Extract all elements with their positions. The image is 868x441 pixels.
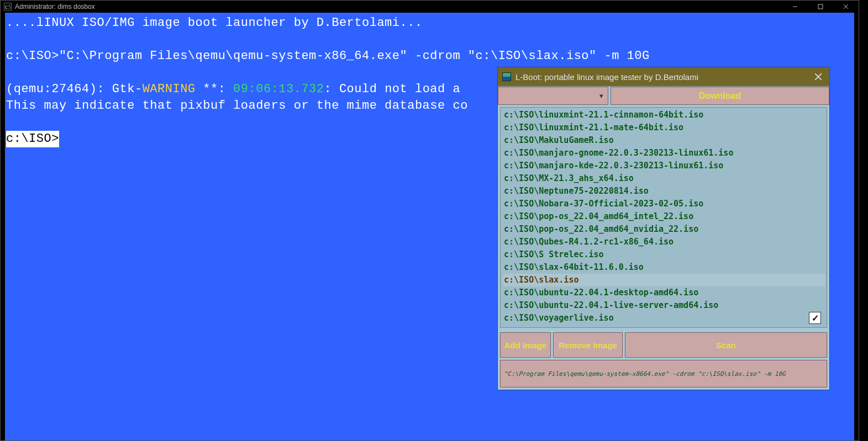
cmd-title-bar[interactable]: c:\ Administrator: dims dosbox <box>1 1 859 13</box>
blank-line <box>6 31 853 48</box>
warn-rest: : Could not load a <box>324 82 468 96</box>
cmd-icon: c:\ <box>4 3 12 10</box>
iso-list-item[interactable]: c:\ISO\ubuntu-22.04.1-desktop-amd64.iso <box>503 286 825 299</box>
remove-image-button[interactable]: Remove Image <box>553 332 623 358</box>
iso-list-item[interactable]: c:\ISO\pop-os_22.04_amd64_nvidia_22.iso <box>503 223 825 236</box>
iso-list-item[interactable]: c:\ISO\manjaro-gnome-22.0.3-230213-linux… <box>503 147 825 160</box>
add-image-button[interactable]: Add Image <box>500 332 551 358</box>
close-button[interactable] <box>833 1 859 13</box>
lboot-title-bar[interactable]: L-Boot: portable linux image tester by D… <box>498 67 829 86</box>
status-bar: "C:\Program Files\qemu\qemu-system-x8664… <box>500 360 827 387</box>
iso-list-item[interactable]: c:\ISO\slax.iso <box>503 274 825 286</box>
lboot-close-button[interactable] <box>809 70 827 84</box>
warn-mid: **: <box>196 82 234 96</box>
iso-list-item[interactable]: c:\ISO\pop-os_22.04_amd64_intel_22.iso <box>503 210 825 223</box>
iso-list-item[interactable]: c:\ISO\linuxmint-21.1-mate-64bit.iso <box>503 121 825 134</box>
lboot-app-icon <box>502 72 511 81</box>
banner-line: ....lINUX ISO/IMG image boot launcher by… <box>6 15 853 31</box>
scan-button[interactable]: Scan <box>625 332 827 358</box>
svg-rect-1 <box>818 4 823 9</box>
iso-list-item[interactable]: c:\ISO\S Strelec.iso <box>503 248 825 261</box>
iso-list-item[interactable]: c:\ISO\voyagerlive.iso <box>503 312 825 325</box>
lboot-button-row: Add Image Remove Image Scan <box>498 330 829 360</box>
iso-list-item[interactable]: c:\ISO\manjaro-kde-22.0.3-230213-linux61… <box>503 160 825 172</box>
prompt-1: c:\ISO> <box>6 49 59 63</box>
cmd-title-text: Administrator: dims dosbox <box>15 3 95 10</box>
iso-list-item[interactable]: c:\ISO\ubuntu-22.04.1-live-server-amd64.… <box>503 299 825 312</box>
download-button[interactable]: Download <box>611 87 829 105</box>
current-prompt: c:\ISO> <box>6 131 59 147</box>
minimize-button[interactable] <box>782 1 808 13</box>
iso-list[interactable]: c:\ISO\linuxmint-21.1-cinnamon-64bit.iso… <box>500 107 827 328</box>
command-line-1: c:\ISO>"C:\Program Files\qemu\qemu-syste… <box>6 48 853 65</box>
warn-prefix: (qemu:27464): Gtk- <box>6 82 143 96</box>
iso-list-item[interactable]: c:\ISO\Nobara-37-Official-2023-02-05.iso <box>503 198 825 210</box>
maximize-button[interactable] <box>808 1 833 13</box>
iso-list-item[interactable]: c:\ISO\MakuluGameR.iso <box>503 134 825 147</box>
cmd-window-controls <box>782 1 859 13</box>
distro-dropdown[interactable]: ▾ <box>498 87 608 105</box>
iso-list-item[interactable]: c:\ISO\Neptune75-20220814.iso <box>503 185 825 198</box>
chevron-down-icon: ▾ <box>599 92 603 100</box>
iso-list-item[interactable]: c:\ISO\linuxmint-21.1-cinnamon-64bit.iso <box>503 109 825 121</box>
warn-time: 09:06:13.732 <box>233 82 324 96</box>
command-1: "C:\Program Files\qemu\qemu-system-x86_6… <box>59 49 650 63</box>
lboot-window: L-Boot: portable linux image tester by D… <box>498 67 829 390</box>
warn-word: WARNING <box>143 82 196 96</box>
iso-list-item[interactable]: c:\ISO\Qubes-R4.1.2-rc1-x86_64.iso <box>503 236 825 248</box>
iso-list-item[interactable]: c:\ISO\slax-64bit-11.6.0.iso <box>503 261 825 274</box>
lboot-toolbar: ▾ Download <box>498 86 829 105</box>
lboot-title-text: L-Boot: portable linux image tester by D… <box>515 72 698 82</box>
iso-list-item[interactable]: c:\ISO\MX-21.3_ahs_x64.iso <box>503 172 825 185</box>
option-checkbox[interactable]: ✓ <box>809 312 821 324</box>
